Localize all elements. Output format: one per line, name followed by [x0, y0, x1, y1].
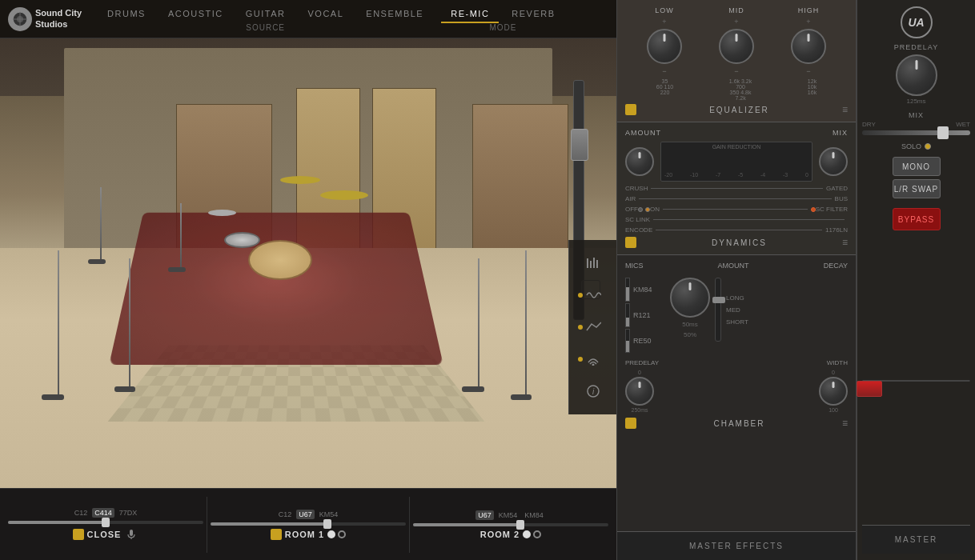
room1-mic-c12[interactable]: C12	[276, 510, 295, 519]
width-knob[interactable]	[819, 377, 848, 406]
room2-controls: ROOM 2	[480, 530, 541, 539]
room2-mic-km54[interactable]: KM54	[496, 510, 520, 520]
effects-footer: MASTER EFFECTS	[617, 531, 856, 560]
master-panel: UA PREDELAY 125ms MIX DRY WET SOLO MONO …	[857, 0, 975, 560]
width-knob-group: 0 100	[819, 370, 848, 413]
tab-vocal[interactable]: VOCAL	[299, 6, 354, 23]
eq-band-low: LOW + −	[647, 6, 682, 75]
tab-ensemble[interactable]: ENSEMBLE	[356, 6, 433, 23]
chamber-menu-icon[interactable]: ≡	[842, 418, 848, 429]
room2-slider[interactable]	[413, 523, 608, 526]
drum-bass	[248, 240, 312, 280]
source-label: SOURCE	[246, 23, 285, 32]
eq-high-knob[interactable]	[791, 29, 826, 64]
icons-panel: i	[568, 240, 616, 414]
master-predelay-knob[interactable]	[896, 54, 937, 96]
mono-btn[interactable]: MONO	[893, 157, 941, 176]
dyn-in-btn[interactable]	[625, 237, 636, 248]
close-controls: CLOSE	[73, 527, 139, 542]
mix-slider[interactable]	[862, 130, 970, 135]
tab-reverb[interactable]: REVERB	[502, 6, 564, 23]
studio-fader-handle[interactable]	[571, 129, 588, 161]
predelay-zero: 0	[638, 370, 641, 375]
dyn-amount-knob[interactable]	[625, 147, 654, 176]
chamber-mic-re50[interactable]: RE50	[625, 329, 665, 353]
bus-label: BUS	[835, 195, 848, 202]
svg-point-8	[592, 364, 594, 366]
wave-icon-btn[interactable]	[573, 280, 613, 310]
room2-mic-u67[interactable]: U67	[475, 510, 494, 520]
chamber-in-btn[interactable]	[625, 418, 636, 429]
chamber-cols: KM84 R121 RE50 50ms	[625, 278, 848, 353]
mix-label: MIX	[833, 129, 848, 137]
fader-track[interactable]	[862, 380, 970, 382]
bottom-bar: C12 C414 77DX CLOSE	[0, 488, 616, 560]
dyn-toggle[interactable]	[638, 207, 650, 212]
bypass-btn[interactable]: BYPASS	[893, 208, 941, 230]
chamber-decay: LONG MED SHORT	[715, 278, 748, 342]
close-mic-c12[interactable]: C12	[72, 508, 90, 518]
mix-dry-label: DRY	[862, 121, 876, 128]
chamber-mic-km84[interactable]: KM84	[625, 278, 665, 302]
room1-controls: ROOM 1	[271, 529, 346, 540]
chamber-mics-list: KM84 R121 RE50	[625, 278, 665, 353]
close-yellow-btn[interactable]	[73, 529, 84, 540]
room1-group: C12 U67 KM54 ROOM 1	[211, 510, 406, 540]
mix-handle[interactable]	[937, 126, 949, 139]
room2-mic-km84[interactable]: KM84	[522, 510, 546, 520]
panel-right	[472, 104, 568, 264]
eq-low-knob[interactable]	[647, 29, 682, 64]
close-mic-77dx[interactable]: 77DX	[117, 508, 140, 518]
mix-wet-label: WET	[956, 121, 970, 128]
chamber-section: MICS AMOUNT DECAY KM84 R121	[617, 255, 856, 531]
dyn-mix-knob[interactable]	[819, 147, 848, 176]
width-val: 100	[829, 407, 838, 413]
decay-handle[interactable]	[712, 297, 725, 303]
eq-menu-icon[interactable]: ≡	[842, 104, 848, 115]
predelay-knob[interactable]	[625, 377, 654, 406]
effects-footer-label: MASTER EFFECTS	[689, 542, 784, 550]
fader-handle[interactable]	[857, 381, 882, 397]
room1-yellow-btn[interactable]	[271, 529, 282, 540]
room1-slider[interactable]	[211, 522, 406, 526]
logo-text: Sound City Studios	[35, 8, 82, 29]
dyn-controls: GAIN REDUCTION -20 -10 -7 -5 -4 -3 0	[625, 142, 848, 182]
sc-filter-label: SC FILTER	[816, 206, 848, 213]
eq-mid-knob[interactable]	[719, 29, 754, 64]
chamber-mic-r121[interactable]: R121	[625, 303, 665, 327]
room1-mic-u67[interactable]: U67	[296, 510, 315, 519]
re50-label: RE50	[633, 337, 652, 345]
tab-drums[interactable]: DRUMS	[98, 6, 155, 23]
mixer-icon-btn[interactable]	[573, 248, 613, 278]
mics-header-label: MICS	[625, 262, 644, 270]
room1-dot-1	[327, 530, 335, 538]
dyn-row-2: AIR BUS	[625, 195, 848, 202]
eq-mid-freq2: 700	[729, 84, 752, 90]
wifi-icon-btn[interactable]	[573, 344, 613, 374]
km84-label: KM84	[633, 286, 652, 294]
close-slider[interactable]	[8, 521, 203, 524]
decay-slider[interactable]	[715, 278, 721, 342]
dyn-menu-icon[interactable]: ≡	[842, 237, 848, 248]
line-icon-btn[interactable]	[573, 312, 613, 342]
room2-mic-selector: U67 KM54 KM84	[475, 510, 546, 520]
close-mic-c414[interactable]: C414	[92, 508, 114, 518]
tab-acoustic[interactable]: ACOUSTIC	[158, 6, 233, 23]
master-mix-title: MIX	[909, 111, 924, 119]
tab-guitar[interactable]: GUITAR	[236, 6, 295, 23]
solo-label: SOLO	[901, 142, 921, 150]
eq-in-btn[interactable]	[625, 104, 636, 115]
drum-kit	[200, 152, 360, 280]
chamber-amount-knob[interactable]	[670, 278, 710, 318]
sc-link-label: SC LINK	[625, 216, 650, 223]
bypass-label: BYPASS	[898, 215, 934, 224]
tab-remic[interactable]: RE-MIC	[441, 6, 499, 23]
chamber-title: CHAMBER	[636, 419, 842, 428]
room1-mic-km54[interactable]: KM54	[317, 510, 341, 519]
info-icon-btn[interactable]: i	[573, 376, 613, 406]
lr-swap-btn[interactable]: L/R SWAP	[893, 179, 941, 198]
on-label: ON	[650, 206, 660, 213]
studio-panel: Sound City Studios DRUMS ACOUSTIC GUITAR…	[0, 0, 616, 560]
eq-plus-2: +	[734, 18, 738, 26]
mono-label: MONO	[902, 162, 930, 171]
